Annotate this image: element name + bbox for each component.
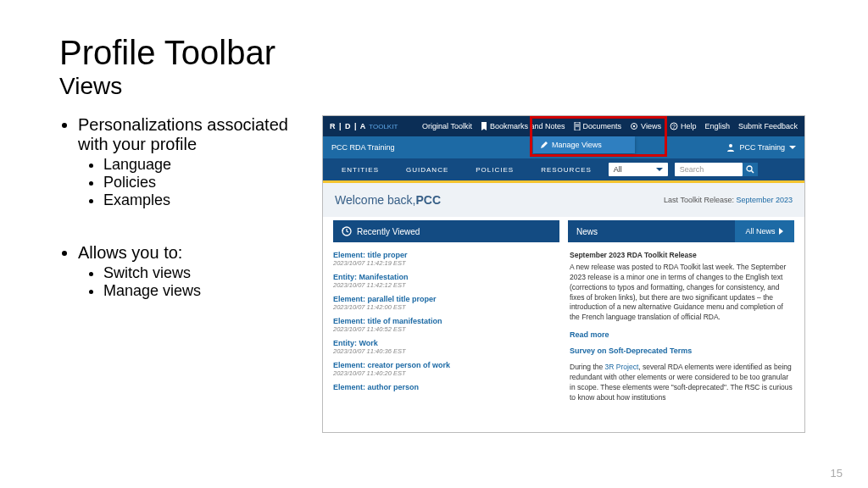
list-item[interactable]: Element: title proper2023/10/07 11:42:19…	[333, 251, 556, 267]
item-title: Entity: Manifestation	[333, 273, 556, 281]
svg-line-9	[751, 171, 754, 174]
bullet-sub: Examples	[103, 191, 314, 209]
news-text-2: During the 3R Project, several RDA eleme…	[570, 363, 793, 403]
list-item[interactable]: Element: creator person of work2023/10/0…	[333, 361, 556, 377]
logo-toolkit: TOOLKIT	[369, 123, 398, 130]
recently-viewed-header: Recently Viewed	[333, 220, 559, 242]
svg-point-8	[747, 166, 752, 171]
search-icon	[746, 165, 754, 174]
read-more-link[interactable]: Read more	[570, 330, 793, 341]
manage-views-popup[interactable]: Manage Views	[533, 136, 635, 153]
panel-title: News	[576, 227, 598, 236]
item-date: 2023/10/07 11:42:00 EST	[333, 303, 556, 311]
news-text: A new release was posted to RDA Toolkit …	[570, 263, 793, 323]
list-item[interactable]: Element: title of manifestation2023/10/0…	[333, 317, 556, 333]
user-label: PCC Training	[739, 143, 785, 152]
views-link[interactable]: Views	[630, 122, 661, 130]
recently-viewed-panel: Recently Viewed Element: title proper202…	[333, 220, 559, 403]
documents-link[interactable]: Documents	[574, 122, 622, 130]
nav-policies[interactable]: POLICIES	[462, 166, 527, 174]
recent-body: Element: title proper2023/10/07 11:42:19…	[333, 242, 559, 397]
user-menu[interactable]: PCC Training	[726, 143, 796, 152]
item-date: 2023/10/07 11:40:36 EST	[333, 347, 556, 355]
panels: Recently Viewed Element: title proper202…	[323, 220, 804, 403]
release-value: September 2023	[736, 196, 793, 204]
bullet-main-1: Personalizations associated with your pr…	[78, 115, 314, 209]
help-icon: ?	[670, 122, 678, 130]
item-title: Entity: Work	[333, 339, 556, 347]
bookmarks-link[interactable]: Bookmarks and Notes	[481, 122, 565, 130]
chevron-right-icon	[779, 228, 784, 235]
document-icon	[574, 122, 581, 130]
all-select[interactable]: All	[609, 163, 668, 176]
bullet-sub: Policies	[103, 174, 314, 191]
search-placeholder: Search	[680, 165, 704, 174]
news-panel: News All News September 2023 RDA Toolkit…	[568, 220, 794, 403]
item-title: Element: creator person of work	[333, 361, 556, 369]
list-item[interactable]: Entity: Manifestation2023/10/07 11:42:12…	[333, 273, 556, 289]
training-label: PCC RDA Training	[331, 143, 395, 152]
nav-entities[interactable]: ENTITIES	[328, 166, 392, 174]
item-title: Element: title of manifestation	[333, 317, 556, 325]
svg-point-7	[729, 144, 732, 147]
language-link[interactable]: English	[704, 122, 730, 130]
news-header: News	[568, 220, 735, 242]
bullet-sub: Manage views	[103, 282, 314, 300]
bullet-text: Personalizations associated with your pr…	[78, 115, 288, 153]
bullet-main-2: Allows you to: Switch views Manage views	[78, 243, 314, 300]
slide-content: Personalizations associated with your pr…	[59, 115, 809, 433]
chevron-down-icon	[789, 146, 796, 150]
logo[interactable]: R | D | A TOOLKIT	[330, 122, 398, 130]
nav-guidance[interactable]: GUIDANCE	[392, 166, 462, 174]
all-news-label: All News	[745, 227, 775, 236]
bullet-sub: Language	[103, 156, 314, 174]
news-headline: September 2023 RDA Toolkit Release	[570, 251, 793, 261]
link-label: Views	[641, 122, 661, 130]
gear-icon	[630, 122, 638, 130]
chevron-down-icon	[656, 168, 663, 172]
link-label: Bookmarks and Notes	[490, 122, 565, 130]
welcome-strip: Welcome back, PCC Last Toolkit Release: …	[323, 183, 804, 217]
help-link[interactable]: ? Help	[670, 122, 697, 130]
logo-rda: R | D | A	[330, 122, 366, 130]
item-date: 2023/10/07 11:42:19 EST	[333, 259, 556, 267]
link-label: Help	[681, 122, 697, 130]
last-release: Last Toolkit Release: September 2023	[664, 196, 793, 204]
list-item[interactable]: Element: parallel title proper2023/10/07…	[333, 295, 556, 311]
list-item[interactable]: Element: author person	[333, 383, 556, 391]
original-toolkit-link[interactable]: Original Toolkit	[422, 122, 472, 130]
feedback-link[interactable]: Submit Feedback	[738, 122, 798, 130]
user-icon	[726, 143, 735, 152]
list-item[interactable]: Entity: Work2023/10/07 11:40:36 EST	[333, 339, 556, 355]
topbar: R | D | A TOOLKIT Original Toolkit Bookm…	[323, 116, 804, 136]
all-label: All	[614, 165, 622, 174]
welcome-prefix: Welcome back,	[335, 193, 415, 207]
pencil-icon	[540, 141, 548, 149]
slide-title: Profile Toolbar	[59, 34, 809, 71]
item-date: 2023/10/07 11:40:52 EST	[333, 325, 556, 333]
search-input[interactable]: Search	[675, 163, 743, 176]
slide: Profile Toolbar Views Personalizations a…	[0, 0, 868, 488]
clock-icon	[342, 226, 352, 236]
welcome-name: PCC	[415, 193, 441, 207]
bar2: PCC RDA Training Manage Views PCC Traini…	[323, 136, 804, 158]
all-news-button[interactable]: All News	[735, 220, 794, 242]
svg-text:?: ?	[672, 124, 676, 130]
news-body: September 2023 RDA Toolkit Release A new…	[568, 242, 794, 403]
survey-link[interactable]: Survey on Soft-Deprecated Terms	[570, 346, 793, 357]
bookmark-icon	[481, 122, 487, 130]
app-window: R | D | A TOOLKIT Original Toolkit Bookm…	[322, 115, 805, 433]
search-button[interactable]	[743, 163, 758, 176]
manage-views-label: Manage Views	[552, 141, 602, 149]
page-number: 15	[831, 467, 843, 480]
screenshot-container: R | D | A TOOLKIT Original Toolkit Bookm…	[322, 115, 809, 433]
navbar: ENTITIES GUIDANCE POLICIES RESOURCES All…	[323, 158, 804, 180]
item-title: Element: author person	[333, 383, 556, 391]
3r-project-link[interactable]: 3R Project	[605, 363, 639, 371]
bullets: Personalizations associated with your pr…	[59, 115, 314, 433]
item-date: 2023/10/07 11:42:12 EST	[333, 281, 556, 289]
slide-subtitle: Views	[59, 73, 809, 100]
svg-point-4	[633, 125, 635, 127]
nav-resources[interactable]: RESOURCES	[527, 166, 605, 174]
text-fragment: During the	[570, 363, 605, 371]
